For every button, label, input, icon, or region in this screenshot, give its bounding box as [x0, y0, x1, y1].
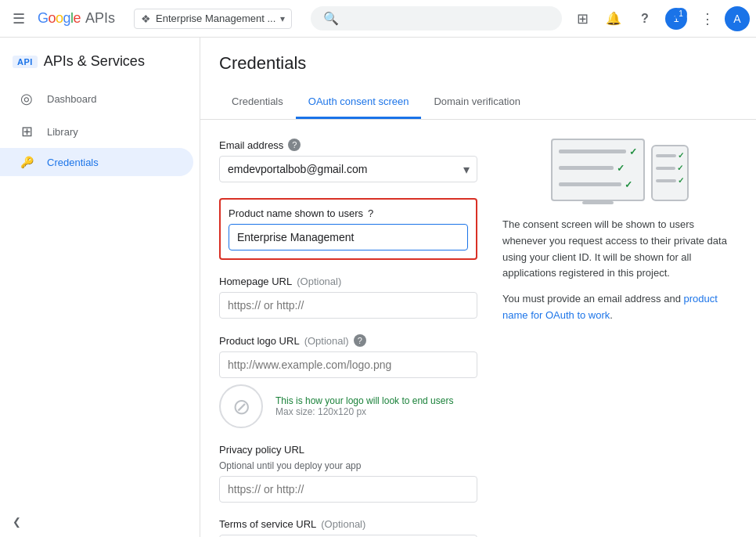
user-avatar[interactable]: A [725, 6, 750, 31]
main-content: Credentials Credentials OAuth consent sc… [200, 38, 756, 537]
sidebar-nav: ◎ Dashboard ⊞ Library 🔑 Credentials [0, 82, 200, 176]
main-layout: API APIs & Services ◎ Dashboard ⊞ Librar… [0, 38, 756, 537]
hamburger-icon: ☰ [13, 11, 25, 27]
product-name-label: Product name shown to users ? [229, 207, 468, 219]
logo-hint-text: This is how your logo will look to end u… [275, 395, 453, 417]
email-label: Email address ? [219, 139, 477, 151]
google-apis-logo: Google APIs [38, 10, 115, 27]
right-para-1: The consent screen will be shown to user… [502, 217, 737, 282]
tos-label: Terms of service URL (Optional) [219, 518, 477, 530]
email-help-icon[interactable]: ? [288, 139, 301, 151]
tabs-bar: Credentials OAuth consent screen Domain … [219, 86, 737, 119]
tab-oauth-consent[interactable]: OAuth consent screen [296, 86, 422, 119]
page-title: Credentials [219, 53, 737, 74]
search-bar[interactable]: 🔍 [311, 6, 562, 31]
product-name-input[interactable] [229, 224, 468, 250]
notification-badge: 1 [675, 8, 687, 20]
right-info: The consent screen will be shown to user… [502, 217, 737, 324]
sidebar-collapse-button[interactable]: ❮ [0, 506, 200, 537]
logo-preview: ⊘ This is how your logo will look to end… [219, 384, 477, 428]
project-selector[interactable]: ❖ Enterprise Management ... ▾ [134, 9, 292, 29]
notifications-button[interactable]: 🔔 [599, 5, 628, 33]
tab-domain-verification[interactable]: Domain verification [421, 86, 533, 119]
search-input[interactable] [345, 13, 549, 25]
form-left: Email address ? emdevportalbob@gmail.com… [219, 139, 477, 537]
sidebar-title: APIs & Services [44, 53, 145, 70]
search-icon: 🔍 [323, 11, 339, 26]
tab-credentials[interactable]: Credentials [219, 86, 296, 119]
grid-icon: ⊞ [577, 10, 589, 27]
topbar-actions: ⊞ 🔔 ? 1 1 ⋮ A [568, 5, 750, 33]
chevron-down-icon: ▾ [280, 13, 285, 24]
form-right: ✓ ✓ ✓ [502, 139, 737, 537]
help-button[interactable]: ? [631, 5, 659, 33]
consent-illustration: ✓ ✓ ✓ [502, 139, 737, 201]
laptop-illustration: ✓ ✓ ✓ [551, 139, 645, 201]
more-icon: ⋮ [700, 10, 715, 27]
product-name-group: Product name shown to users ? [219, 198, 477, 260]
collapse-icon: ❮ [13, 516, 21, 528]
topbar: ☰ Google APIs ❖ Enterprise Management ..… [0, 0, 756, 38]
no-image-icon: ⊘ [232, 394, 250, 420]
homepage-label: Homepage URL (Optional) [219, 276, 477, 287]
more-options-button[interactable]: ⋮ [693, 5, 722, 33]
sidebar-item-library[interactable]: ⊞ Library [0, 115, 193, 148]
email-select-wrapper: emdevportalbob@gmail.com ▾ [219, 156, 477, 182]
bell-icon: 🔔 [606, 11, 621, 26]
oauth-link[interactable]: product name for OAuth to work [502, 293, 718, 321]
homepage-input[interactable] [219, 292, 477, 319]
privacy-label: Privacy policy URL [219, 444, 477, 456]
apps-grid-button[interactable]: ⊞ [568, 5, 596, 33]
hamburger-menu[interactable]: ☰ [6, 4, 31, 34]
logo-placeholder-icon: ⊘ [219, 384, 263, 428]
sidebar: API APIs & Services ◎ Dashboard ⊞ Librar… [0, 38, 200, 537]
email-select[interactable]: emdevportalbob@gmail.com [219, 156, 477, 182]
project-icon: ❖ [141, 13, 151, 25]
main-header: Credentials Credentials OAuth consent sc… [200, 38, 756, 120]
phone-illustration: ✓ ✓ ✓ [651, 145, 689, 201]
sidebar-item-label: Library [47, 126, 78, 138]
logo-url-group: Product logo URL (Optional) ? ⊘ This is … [219, 334, 477, 428]
privacy-group: Privacy policy URL Optional until you de… [219, 444, 477, 503]
credentials-icon: 🔑 [19, 156, 34, 168]
dashboard-icon: ◎ [19, 90, 34, 107]
tos-group: Terms of service URL (Optional) [219, 518, 477, 537]
sidebar-item-label: Credentials [47, 157, 99, 168]
right-para-2: You must provide an email address and pr… [502, 291, 737, 324]
sidebar-header: API APIs & Services [0, 44, 200, 82]
help-icon: ? [641, 12, 649, 26]
privacy-optional-hint: Optional until you deploy your app [219, 460, 477, 471]
form-area: Email address ? emdevportalbob@gmail.com… [200, 120, 756, 537]
notification-count-button[interactable]: 1 1 [662, 5, 690, 33]
logo-url-input[interactable] [219, 351, 477, 378]
logo-url-help-icon[interactable]: ? [354, 334, 366, 347]
library-icon: ⊞ [19, 123, 34, 140]
sidebar-item-dashboard[interactable]: ◎ Dashboard [0, 82, 193, 115]
project-name: Enterprise Management ... [156, 13, 275, 24]
sidebar-item-label: Dashboard [47, 93, 97, 105]
sidebar-item-credentials[interactable]: 🔑 Credentials [0, 148, 193, 176]
email-group: Email address ? emdevportalbob@gmail.com… [219, 139, 477, 182]
api-badge: API [13, 56, 38, 68]
product-name-help-icon[interactable]: ? [368, 207, 373, 219]
privacy-input[interactable] [219, 476, 477, 503]
logo-url-label: Product logo URL (Optional) ? [219, 334, 477, 347]
homepage-group: Homepage URL (Optional) [219, 276, 477, 319]
